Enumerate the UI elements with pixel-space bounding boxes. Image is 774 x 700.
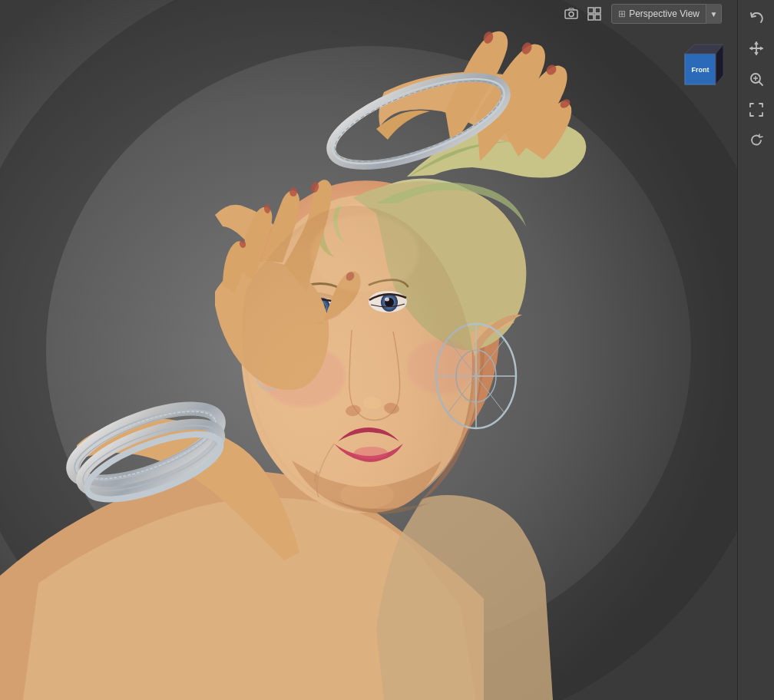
right-toolbar (737, 0, 774, 700)
svg-rect-49 (588, 8, 594, 13)
grid-icon[interactable] (584, 3, 605, 25)
perspective-dropdown-arrow[interactable]: ▼ (706, 4, 721, 24)
svg-point-34 (289, 187, 297, 196)
3d-viewport[interactable]: Perspective View ▼ Front (0, 0, 774, 700)
perspective-view-text: Perspective View (629, 8, 700, 19)
svg-rect-47 (565, 10, 577, 18)
svg-line-59 (759, 82, 762, 86)
zoom-tool-button[interactable] (743, 65, 770, 93)
svg-rect-52 (595, 15, 600, 20)
svg-rect-50 (595, 8, 600, 13)
svg-text:Front: Front (692, 66, 710, 74)
undo-button[interactable] (743, 4, 770, 31)
toolbar-icons (561, 3, 605, 25)
character-render (0, 0, 737, 700)
top-toolbar: Perspective View ▼ (0, 0, 774, 28)
svg-rect-51 (588, 15, 594, 20)
perspective-view-dropdown[interactable]: Perspective View ▼ (611, 4, 722, 24)
camera-icon[interactable] (561, 3, 582, 25)
svg-point-48 (569, 12, 574, 17)
navigation-cube[interactable]: Front (679, 38, 733, 92)
fit-view-button[interactable] (743, 96, 770, 124)
move-tool-button[interactable] (743, 35, 770, 62)
perspective-view-label: Perspective View (612, 8, 706, 19)
svg-point-45 (311, 215, 418, 292)
svg-point-46 (340, 481, 394, 509)
rotate-tool-button[interactable] (743, 127, 770, 154)
